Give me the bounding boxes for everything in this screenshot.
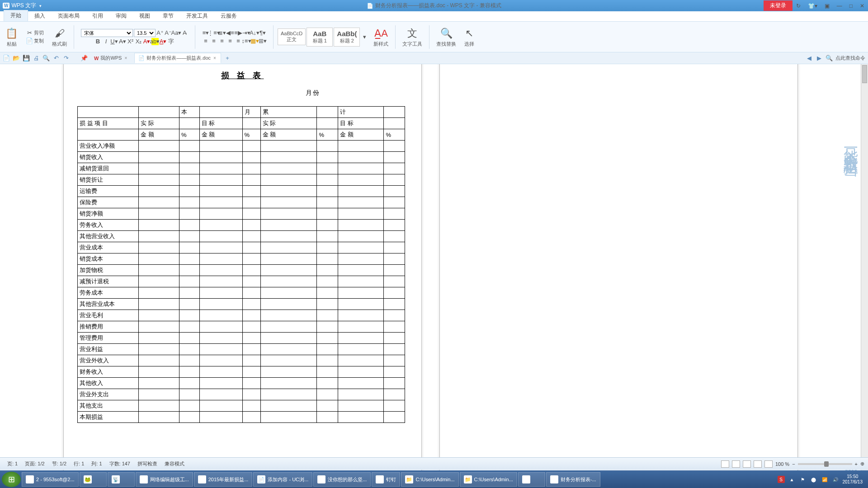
status-page[interactable]: 页: 1 — [4, 460, 21, 467]
tray-input-icon[interactable]: S — [778, 476, 785, 483]
font-size-select[interactable]: 13.5 — [134, 29, 156, 37]
taskbar-app[interactable]: 📡 — [108, 472, 135, 487]
zoom-out-icon[interactable]: − — [792, 461, 795, 467]
tab-start[interactable]: 开始 — [4, 10, 28, 21]
tray-volume-icon[interactable]: 🔊 — [832, 476, 839, 483]
shading-icon[interactable]: ▦▾ — [251, 38, 258, 45]
view-print-icon[interactable] — [732, 460, 740, 468]
maximize-button[interactable]: □ — [846, 3, 856, 9]
copy-icon[interactable]: 📄 — [26, 38, 33, 45]
taskbar-app[interactable]: K没你想的那么坚... — [313, 472, 371, 487]
sync-icon[interactable]: ↻ — [793, 3, 804, 9]
tab-document[interactable]: 📄 财务分析报表——损益表.doc × — [134, 53, 221, 63]
font-color-icon[interactable]: A▾ — [160, 38, 167, 45]
text-effects-icon[interactable]: A▾ — [143, 38, 151, 45]
font-name-select[interactable]: 宋体 — [81, 29, 133, 37]
zoom-slider[interactable] — [798, 463, 852, 465]
qat-save-icon[interactable]: 💾 — [23, 55, 30, 62]
increase-indent-icon[interactable]: ≡▶ — [235, 29, 242, 37]
align-center-icon[interactable]: ≡ — [210, 38, 217, 45]
start-button[interactable]: ⊞ — [2, 472, 21, 487]
taskbar-app[interactable]: 🐸 — [80, 472, 107, 487]
tab-view[interactable]: 视图 — [133, 11, 156, 21]
zoom-in-icon[interactable]: + — [855, 461, 858, 467]
zoom-value[interactable]: 100 % — [775, 461, 789, 467]
numbering-icon[interactable]: ⋮≡▾ — [210, 29, 217, 37]
close-tab-icon[interactable]: × — [123, 56, 128, 61]
italic-icon[interactable]: I — [103, 38, 110, 45]
taskbar-app[interactable]: ✓钉钉 — [372, 472, 400, 487]
nav-next-icon[interactable]: ▶ — [816, 55, 823, 62]
tab-review[interactable]: 审阅 — [109, 11, 133, 21]
login-button[interactable]: 未登录 — [764, 0, 793, 11]
qat-open-icon[interactable]: 📂 — [13, 55, 20, 62]
vertical-scrollbar[interactable] — [861, 64, 868, 475]
borders-icon[interactable]: ⊞▾ — [259, 38, 266, 45]
document-canvas[interactable]: 损 益 表 月份 本月累计损 益 项 目实 际目 标实 际目 标金 额%金 额%… — [0, 64, 868, 475]
superscript-icon[interactable]: X² — [127, 38, 134, 45]
tray-up-icon[interactable]: ▲ — [788, 476, 796, 483]
tray-network-icon[interactable]: 📶 — [821, 476, 828, 483]
taskbar-clock[interactable]: 15:50 2017/6/13 — [843, 474, 863, 485]
close-doc-tab-icon[interactable]: × — [212, 56, 217, 61]
new-tab-icon[interactable]: + — [224, 55, 231, 62]
nav-prev-icon[interactable]: ◀ — [806, 55, 813, 62]
new-style-button[interactable]: A̲A 新样式 — [371, 26, 391, 47]
taskbar-app[interactable]: ✏网络编辑超级工... — [136, 472, 193, 487]
tray-shield-icon[interactable]: ⬤ — [810, 476, 817, 483]
view-fullscreen-icon[interactable] — [721, 460, 729, 468]
select-button[interactable]: ↖ 选择 — [462, 26, 477, 47]
cut-label[interactable]: 剪切 — [34, 29, 44, 36]
clear-format-icon[interactable]: A̶ — [181, 29, 188, 37]
status-words[interactable]: 字数: 147 — [106, 460, 134, 467]
style-normal[interactable]: AaBbCcD正文 — [278, 28, 306, 45]
qat-preview-icon[interactable]: 🔍 — [42, 55, 50, 62]
decrease-indent-icon[interactable]: ◀≡ — [226, 29, 234, 37]
strikethrough-icon[interactable]: A̶▾ — [119, 38, 126, 45]
style-heading2[interactable]: AaBb(标题 2 — [334, 28, 360, 47]
qat-undo-icon[interactable]: ↶ — [52, 55, 60, 62]
align-left-icon[interactable]: ≡ — [202, 38, 209, 45]
qat-print-icon[interactable]: 🖨 — [33, 55, 40, 62]
taskbar-app[interactable]: W财务分析报表-... — [546, 472, 600, 487]
view-read-icon[interactable] — [764, 460, 773, 468]
qat-new-icon[interactable]: 📄 — [3, 55, 10, 62]
phonetic-icon[interactable]: 字 — [168, 38, 175, 45]
tray-flag-icon[interactable]: ⚑ — [799, 476, 807, 483]
taskbar-app[interactable]: Fz2 - 9553soft@2... — [22, 472, 79, 487]
status-section[interactable]: 节: 1/2 — [48, 460, 70, 467]
find-replace-button[interactable]: 🔍 查找替换 — [434, 26, 459, 47]
scrollbar-thumb[interactable] — [862, 65, 867, 83]
qat-pin-icon[interactable]: 📌 — [80, 55, 88, 62]
taskbar-app[interactable]: 📁C:\Users\Admin... — [401, 472, 458, 487]
search-icon[interactable]: 🔍 — [826, 55, 833, 62]
style-gallery-more-icon[interactable]: ▾ — [361, 33, 368, 41]
cut-icon[interactable]: ✂ — [26, 29, 33, 37]
status-spell[interactable]: 拼写检查 — [134, 460, 161, 467]
format-painter-button[interactable]: 🖌 格式刷 — [49, 26, 70, 47]
multilevel-icon[interactable]: ≣▾ — [218, 29, 226, 37]
tab-dev[interactable]: 开发工具 — [180, 11, 214, 21]
taskbar-app[interactable]: e — [518, 472, 545, 487]
change-case-icon[interactable]: Aa▾ — [173, 29, 180, 37]
search-command-label[interactable]: 点此查找命令 — [835, 55, 865, 61]
qat-redo-icon[interactable]: ↷ — [62, 55, 70, 62]
paste-button[interactable]: 📋 粘贴 — [3, 26, 20, 47]
taskbar-app[interactable]: U2015年最新损益... — [194, 472, 253, 487]
tab-cloud[interactable]: 云服务 — [214, 11, 243, 21]
taskbar-app[interactable]: 📁C:\Users\Admin... — [460, 472, 517, 487]
view-web-icon[interactable] — [754, 460, 762, 468]
show-marks-icon[interactable]: ¶▾ — [259, 29, 266, 37]
tab-mywps[interactable]: W 我的WPS × — [90, 53, 132, 63]
grow-font-icon[interactable]: A⁺ — [156, 29, 164, 37]
highlight-icon[interactable]: ab▾ — [151, 38, 159, 45]
fit-icon[interactable]: ⊕ — [860, 461, 864, 467]
app-menu-dropdown-icon[interactable]: ▾ — [38, 4, 43, 8]
zoom-knob[interactable] — [824, 461, 829, 467]
copy-label[interactable]: 复制 — [34, 38, 44, 44]
distribute-icon[interactable]: ≡ — [235, 38, 242, 45]
style-heading1[interactable]: AaB标题 1 — [307, 28, 333, 47]
sort-icon[interactable]: A↓▾ — [251, 29, 258, 37]
underline-icon[interactable]: U▾ — [111, 38, 118, 45]
pin-icon[interactable]: ▣ — [821, 3, 833, 9]
